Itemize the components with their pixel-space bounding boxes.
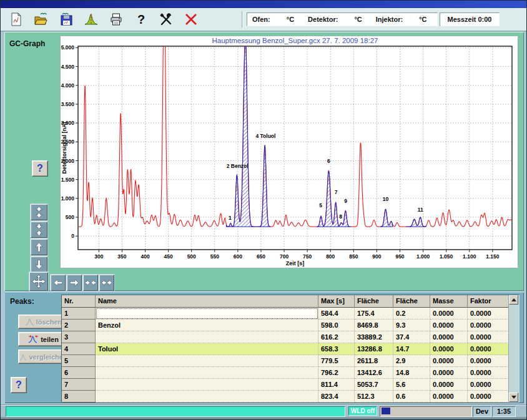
table-cell[interactable]: Benzol (96, 320, 318, 331)
table-cell[interactable]: 37.4 (393, 331, 430, 343)
table-cell[interactable]: 0.0000 (468, 379, 509, 391)
new-document-button[interactable] (7, 11, 26, 28)
print-button[interactable] (107, 11, 126, 28)
table-scrollbar[interactable] (508, 295, 519, 402)
table-cell[interactable]: 0.6 (393, 391, 430, 403)
table-cell[interactable]: 0.0000 (430, 308, 468, 320)
table-cell[interactable]: 175.4 (355, 308, 393, 320)
table-cell[interactable]: 0.2 (393, 308, 430, 320)
table-cell[interactable] (96, 308, 318, 320)
table-row[interactable]: 4Toluol658.313286.814.70.00000.0000 (62, 343, 519, 355)
column-header[interactable]: Masse [ng] (430, 295, 468, 308)
table-cell[interactable]: 0.0000 (430, 343, 468, 355)
table-cell[interactable]: 5053.7 (355, 379, 393, 391)
table-cell[interactable] (96, 391, 318, 403)
table-cell[interactable]: 0.0000 (468, 308, 509, 320)
table-row[interactable]: 5779.52611.82.90.00000.0000 (62, 355, 519, 367)
table-cell[interactable]: 658.3 (318, 343, 355, 355)
svg-text:600: 600 (234, 253, 242, 260)
chart-help-button[interactable]: ? (32, 160, 48, 177)
table-cell[interactable]: 0.0000 (468, 367, 509, 379)
table-cell[interactable]: 0.0000 (430, 355, 468, 367)
table-cell[interactable] (96, 379, 318, 391)
table-cell[interactable]: 779.5 (318, 355, 355, 367)
table-cell[interactable]: 0.0000 (430, 391, 468, 403)
row-number-cell[interactable]: 3 (62, 331, 96, 343)
table-row[interactable]: 6796.213412.614.80.00000.0000 (62, 367, 519, 379)
table-cell[interactable]: 14.8 (393, 367, 430, 379)
detektor-label: Detektor: (308, 16, 338, 23)
table-cell[interactable]: 2.9 (393, 355, 430, 367)
table-cell[interactable]: 796.2 (318, 367, 355, 379)
zoom-expand-horizontal-button[interactable] (99, 275, 114, 291)
row-number-cell[interactable]: 6 (62, 367, 96, 379)
row-number-cell[interactable]: 8 (62, 391, 96, 403)
open-file-button[interactable] (32, 11, 51, 28)
column-header[interactable]: Faktor (468, 295, 509, 308)
row-number-cell[interactable]: 5 (62, 355, 96, 367)
pan-left-button[interactable] (51, 275, 66, 291)
help-button[interactable]: ? (132, 11, 150, 28)
save-file-button[interactable] (57, 11, 76, 28)
zoom-compress-horizontal-button[interactable] (83, 275, 98, 291)
column-header[interactable]: Fläche (355, 295, 393, 308)
table-cell[interactable]: 512.3 (355, 391, 393, 403)
row-number-cell[interactable]: 7 (62, 379, 96, 391)
table-cell[interactable]: Toluol (96, 343, 318, 355)
table-cell[interactable]: 13412.6 (355, 367, 393, 379)
table-cell[interactable]: 5.6 (393, 379, 430, 391)
table-cell[interactable]: 0.0000 (430, 331, 468, 343)
row-number-cell[interactable]: 2 (62, 320, 96, 331)
table-cell[interactable]: 0.0000 (468, 355, 509, 367)
table-cell[interactable]: 0.0000 (468, 320, 509, 331)
zoom-expand-vertical-button[interactable] (31, 204, 47, 220)
table-cell[interactable] (96, 367, 318, 379)
pan-free-button[interactable] (29, 272, 48, 291)
zoom-compress-vertical-button[interactable] (31, 222, 47, 238)
table-cell[interactable]: 33889.2 (355, 331, 393, 343)
table-cell[interactable]: 2611.8 (355, 355, 393, 367)
close-button[interactable] (182, 11, 200, 28)
table-row[interactable]: 8823.4512.30.60.00000.0000 (62, 391, 519, 403)
table-cell[interactable]: 0.0000 (468, 331, 509, 343)
table-cell[interactable]: 811.4 (318, 379, 355, 391)
window-titlebar[interactable] (1, 1, 527, 8)
tools-button[interactable] (157, 11, 175, 28)
svg-text:650: 650 (257, 253, 265, 260)
table-cell[interactable]: 0.0000 (430, 320, 468, 331)
table-row[interactable]: 3616.233889.237.40.00000.0000 (62, 331, 519, 343)
column-header[interactable]: Name (96, 295, 318, 308)
table-cell[interactable]: 13286.8 (355, 343, 393, 355)
chart-area[interactable]: 3003504004505005506006507007508008509009… (60, 36, 518, 268)
table-cell[interactable]: 598.0 (318, 320, 355, 331)
column-header[interactable]: Fläche [%] (393, 295, 430, 308)
table-row[interactable]: 7811.45053.75.60.00000.0000 (62, 379, 519, 391)
table-cell[interactable]: 0.0000 (468, 343, 509, 355)
table-cell[interactable] (96, 355, 318, 367)
scroll-up-button[interactable] (509, 295, 518, 305)
pan-up-button[interactable] (31, 239, 47, 255)
column-header[interactable]: Max [s] (318, 295, 355, 308)
pan-right-button[interactable] (67, 275, 82, 291)
row-number-cell[interactable]: 1 (62, 308, 96, 320)
svg-text:0: 0 (71, 233, 74, 239)
table-row[interactable]: 2Benzol598.08469.89.30.00000.0000 (62, 320, 519, 331)
row-number-cell[interactable]: 4 (62, 343, 96, 355)
table-cell[interactable]: 9.3 (393, 320, 430, 331)
table-cell[interactable]: 0.0000 (430, 379, 468, 391)
peak-analysis-button[interactable] (82, 11, 101, 28)
table-cell[interactable]: 14.7 (393, 343, 430, 355)
table-cell[interactable] (96, 331, 318, 343)
table-cell[interactable]: 8469.8 (355, 320, 393, 331)
table-cell[interactable]: 0.0000 (430, 367, 468, 379)
scroll-down-button[interactable] (509, 393, 518, 402)
table-cell[interactable]: 584.4 (318, 308, 355, 320)
pan-down-button[interactable] (31, 256, 47, 273)
peaks-help-button[interactable]: ? (11, 377, 27, 393)
table-row[interactable]: 1584.4175.40.20.00000.0000 (62, 308, 519, 320)
table-cell[interactable]: 823.4 (318, 391, 355, 403)
column-header[interactable]: Nr. (62, 295, 96, 308)
table-cell[interactable]: 0.0000 (468, 391, 509, 403)
table-cell[interactable]: 616.2 (318, 331, 355, 343)
wld-toggle[interactable]: WLD off (348, 406, 377, 416)
